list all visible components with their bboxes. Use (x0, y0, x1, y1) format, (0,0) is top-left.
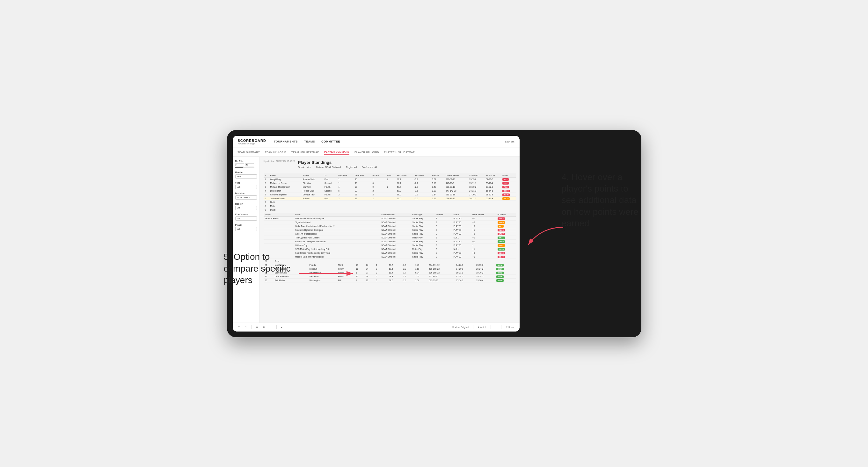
cell-reg-rank (337, 204, 354, 208)
nav-committee[interactable]: COMMITTEE (321, 139, 340, 144)
undo-btn[interactable]: ↶ (237, 325, 241, 329)
event-row: Jackson Koivsn UNCW Seahawk Intercollegi… (264, 216, 516, 220)
cell-adj-score (396, 208, 413, 212)
conference-select[interactable]: (All) (235, 216, 257, 221)
download-btn[interactable]: ↓ (494, 325, 498, 329)
cell-avg-sg: 1.56 (414, 278, 428, 282)
cell-vs50: 23-22-0 (485, 185, 501, 189)
ev-cell-wpoints: 53.60 (496, 220, 516, 224)
tab-player-summary[interactable]: PLAYER SUMMARY (324, 150, 349, 155)
cell-vs25: 14-26-1 (455, 263, 475, 267)
event-row: SEC Stroke Play hosted by Jerry Pate NCA… (264, 251, 516, 255)
division-select[interactable]: NCAA Division I (235, 195, 257, 199)
cell-adj-score: 68.7 (388, 263, 401, 267)
cell-record: 616-168-12 (428, 271, 455, 275)
cell-points[interactable] (501, 208, 516, 212)
ev-cell-division: NCAA Division I (380, 236, 411, 240)
view-original-btn[interactable]: 👁 View: Original (451, 325, 470, 329)
sep5 (501, 325, 501, 329)
cell-wins (382, 259, 388, 263)
cell-vs25: 17-14-2 (455, 278, 475, 282)
cell-reg-rank: 2 (337, 192, 354, 196)
grid-btn[interactable]: ☷ (255, 325, 259, 329)
cell-record: 562-02-23 (428, 278, 455, 282)
tab-team-h2h-grid[interactable]: TEAM H2H GRID (265, 150, 286, 154)
col-player: Player (269, 174, 301, 178)
event-row: Wake Forest Invitational at Pinehurst No… (264, 224, 516, 228)
cell-record: 208-09-13 (444, 185, 468, 189)
ev-cell-player (264, 224, 294, 228)
standings-header: Update time: 27/01/2024 16:56:26 Player … (264, 160, 516, 171)
cell-points[interactable]: 40.58 (495, 263, 516, 267)
tab-team-summary[interactable]: TEAM SUMMARY (238, 150, 260, 154)
cell-points[interactable] (495, 259, 516, 263)
cell-points[interactable]: 80.49 (501, 192, 516, 196)
cell-no-rds (371, 204, 386, 208)
update-time: Update time: 27/01/2024 16:56:26 (264, 160, 295, 162)
nav-teams[interactable]: TEAMS (304, 139, 315, 144)
cell-avg-sg: 3.10 (431, 181, 445, 185)
ev-cell-wpoints: 18.90 (496, 240, 516, 243)
clock-btn[interactable]: ● (280, 325, 284, 329)
ev-cell-division: NCAA Division I (380, 232, 411, 236)
copy-btn[interactable]: ⧉ (262, 325, 266, 329)
tab-player-h2h-grid[interactable]: PLAYER H2H GRID (354, 150, 379, 154)
cell-no-rds: 2 (371, 189, 386, 192)
redo-btn[interactable]: ↷ (244, 325, 248, 329)
gender-select[interactable]: Men (235, 175, 257, 179)
ev-cell-rounds: 3 (435, 255, 452, 258)
cell-points[interactable]: 39.95 (495, 275, 516, 278)
cell-player: Michael Thorbjornsen (269, 185, 301, 189)
no-rds-min-input[interactable] (235, 163, 244, 166)
nav-tournaments[interactable]: TOURNAMENTS (274, 139, 298, 144)
bottom-toolbar: ↶ ↷ ☷ ⧉ … ● 👁 View: Original ▶ Watch ↓ ⇧… (233, 322, 520, 332)
cell-vs25: 14-20-1 (455, 267, 475, 271)
cell-conf-rank: 27 (353, 196, 371, 200)
cell-points[interactable]: 38.49 (495, 278, 516, 282)
year-select[interactable]: (All) (235, 185, 257, 189)
tab-player-h2h-heatmap[interactable]: PLAYER H2H HEATMAP (384, 150, 415, 154)
event-row: The Cypress Point Classic NCAA Division … (264, 236, 516, 240)
cell-points[interactable]: 40.02 (495, 271, 516, 275)
cell-points[interactable]: 40.27 (495, 267, 516, 271)
cell-points[interactable]: 88.54 (501, 189, 516, 192)
watch-btn[interactable]: ▶ Watch (476, 325, 488, 329)
cell-wins: 1 (385, 177, 396, 181)
cell-points[interactable]: 76.2 (501, 181, 516, 185)
ev-cell-event: Williams Cup (294, 243, 380, 247)
cell-num: 5 (264, 192, 269, 196)
cell-record: 674-33-12 (444, 196, 468, 200)
cell-points[interactable]: 98.2 (501, 177, 516, 181)
cell-points[interactable] (501, 204, 516, 208)
ev-cell-rank: +0 (471, 251, 496, 255)
cell-yr: Fourth (337, 275, 355, 278)
cell-avg-to-par: -2.0 (413, 185, 431, 189)
cell-conf-rank (353, 208, 371, 212)
standings-title: Player Standings (298, 160, 516, 165)
no-rds-slider[interactable] (235, 167, 254, 168)
cell-vs25: 10-11-1 (455, 271, 475, 275)
ev-cell-type: Stroke Play (411, 232, 434, 236)
dash-btn[interactable]: … (269, 325, 273, 329)
region-select[interactable]: N/A (235, 206, 257, 210)
ev-cell-type: Stroke Play (411, 243, 434, 247)
event-row: Southern Highlands Collegiate NCAA Divis… (264, 228, 516, 232)
ev-cell-event: Tiger Invitational (294, 220, 380, 224)
cell-school: Stanford (302, 185, 323, 189)
cell-reg-rank: 1 (337, 177, 354, 181)
sign-out-link[interactable]: Sign out (505, 140, 514, 143)
region-label: Region (235, 203, 257, 205)
ev-cell-player (264, 243, 294, 247)
cell-conf-rank: 21 (353, 192, 371, 196)
no-rds-max-input[interactable] (245, 163, 254, 166)
ev-col-event: Event (294, 213, 380, 217)
cell-points[interactable]: 68.18 (501, 196, 516, 200)
cell-points[interactable] (501, 200, 516, 204)
cell-conf-rank: 24 (365, 263, 375, 267)
ev-cell-division: NCAA Division I (380, 251, 411, 255)
player-select[interactable]: (All) (235, 227, 257, 231)
share-btn[interactable]: ⇧ Share (505, 325, 516, 329)
cell-points[interactable]: 70.2 (501, 185, 516, 189)
tab-team-h2h-heatmap[interactable]: TEAM H2H HEATMAP (291, 150, 319, 154)
cell-reg-rank: 12 (354, 275, 365, 278)
